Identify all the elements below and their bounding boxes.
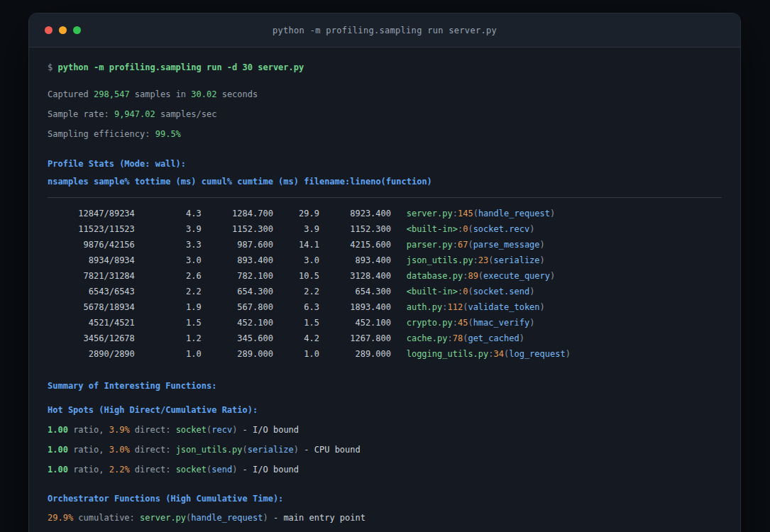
direct-pct-value: 3.9% — [109, 425, 130, 435]
hot-spot-line: 1.00 ratio, 2.2% direct: socket(send) - … — [48, 460, 722, 480]
captured-mid-label: samples in — [130, 89, 192, 99]
punct: ( — [468, 318, 473, 328]
cumtime-cell: 8923.400 — [319, 206, 391, 221]
table-row: 7821/312842.6782.10010.53128.400database… — [48, 268, 722, 284]
nsamples-cell: 11523/11523 — [48, 221, 135, 237]
captured-line: Captured 298,547 samples in 30.02 second… — [48, 84, 722, 104]
sample-pct-cell: 3.3 — [135, 237, 202, 253]
sample-rate-unit: samples/sec — [155, 109, 217, 119]
direct-pct-value: 2.2% — [109, 465, 130, 475]
nsamples-cell: 8934/8934 — [48, 253, 135, 268]
punct: ) — [529, 224, 534, 234]
orchestrator-heading: Orchestrator Functions (High Cumulative … — [48, 489, 722, 509]
nsamples-cell: 7821/31284 — [48, 268, 135, 284]
punct: ) — [519, 333, 524, 343]
tottime-cell: 452.100 — [202, 315, 273, 331]
filename-text: server.py — [407, 209, 453, 218]
bound-note: - I/O bound — [237, 465, 299, 475]
filename-text: database.py — [407, 271, 463, 281]
ratio-value: 1.00 — [48, 445, 68, 455]
titlebar[interactable]: python -m profiling.sampling run server.… — [29, 13, 740, 48]
terminal-output[interactable]: $ python -m profiling.sampling run -d 30… — [29, 48, 740, 532]
function-name-text: serialize — [494, 255, 540, 265]
punct: ) — [566, 349, 571, 359]
punct: : — [473, 255, 478, 265]
captured-suffix-label: seconds — [216, 89, 258, 99]
filename-text: logging_utils.py — [407, 349, 489, 359]
nsamples-cell: 4521/4521 — [48, 315, 135, 331]
profile-stats-heading: Profile Stats (Mode: wall): — [48, 154, 722, 174]
punct: ( — [473, 209, 478, 218]
minimize-button[interactable] — [59, 26, 67, 34]
punct: ) — [294, 445, 299, 455]
zoom-button[interactable] — [73, 26, 81, 34]
ratio-value: 1.00 — [48, 465, 68, 475]
nsamples-cell: 12847/89234 — [48, 206, 135, 221]
punct: ( — [468, 287, 473, 297]
tottime-cell: 1284.700 — [202, 206, 273, 221]
function-name-text: parse_message — [473, 240, 540, 250]
cumtime-cell: 3128.400 — [319, 268, 391, 284]
direct-pct-value: 3.0% — [109, 445, 130, 455]
bound-note: - CPU bound — [299, 445, 361, 455]
cumul-pct-cell: 4.2 — [273, 331, 319, 346]
tottime-cell: 345.600 — [202, 331, 273, 346]
punct: ) — [550, 209, 555, 218]
function-cell: crypto.py:45(hmac_verify) — [391, 315, 534, 331]
nsamples-cell: 3456/12678 — [48, 331, 135, 346]
cumul-pct-cell: 1.0 — [273, 346, 319, 362]
sample-pct-cell: 2.2 — [135, 284, 202, 299]
sample-pct-cell: 1.5 — [135, 315, 202, 331]
lineno-text: 34 — [494, 349, 504, 359]
table-column-header: nsamples sample% tottime (ms) cumul% cum… — [48, 174, 722, 189]
punct: ( — [468, 224, 473, 234]
ratio-label: ratio, — [68, 425, 109, 435]
sample-rate-label: Sample rate: — [48, 109, 114, 119]
tottime-cell: 567.800 — [202, 299, 273, 315]
function-cell: parser.py:67(parse_message) — [391, 237, 545, 253]
target-name: socket — [176, 465, 207, 475]
traffic-lights — [29, 26, 81, 34]
filename-text: json_utils.py — [407, 255, 473, 265]
tottime-cell: 893.400 — [202, 253, 273, 268]
terminal-window: python -m profiling.sampling run server.… — [28, 13, 741, 532]
target-name: socket — [176, 425, 207, 435]
punct: ) — [529, 318, 534, 328]
function-cell: auth.py:112(validate_token) — [391, 299, 545, 315]
cumtime-cell: 893.400 — [319, 253, 391, 268]
cumul-pct-cell: 6.3 — [273, 299, 319, 315]
filename-text: cache.py — [407, 333, 448, 343]
punct: : — [442, 302, 447, 312]
command-line: $ python -m profiling.sampling run -d 30… — [48, 57, 722, 77]
punct: : — [447, 333, 452, 343]
sample-pct-cell: 2.6 — [135, 268, 202, 284]
lineno-text: 23 — [478, 255, 488, 265]
cumulative-label: cumulative: — [73, 513, 140, 523]
filename-text: crypto.py — [407, 318, 453, 328]
sample-rate-line: Sample rate: 9,947.02 samples/sec — [48, 104, 722, 124]
captured-seconds-value: 30.02 — [191, 89, 216, 99]
nsamples-cell: 9876/42156 — [48, 237, 135, 253]
orchestrator-line: 29.9% cumulative: server.py(handle_reque… — [48, 509, 722, 527]
shell-prompt: $ — [48, 62, 57, 72]
table-row: 12847/892344.31284.70029.98923.400server… — [48, 206, 722, 221]
ratio-label: ratio, — [68, 445, 109, 455]
function-name-text: socket.recv — [473, 224, 529, 234]
function-name-text: get_cached — [468, 333, 519, 343]
close-button[interactable] — [45, 26, 53, 34]
lineno-text: 145 — [458, 209, 473, 218]
role-note: - main entry point — [268, 513, 365, 523]
punct: ) — [540, 302, 545, 312]
ratio-value: 1.00 — [48, 425, 68, 435]
cumul-pct-cell: 3.9 — [273, 221, 319, 237]
punct: ( — [243, 445, 248, 455]
cumtime-cell: 1267.800 — [319, 331, 391, 346]
punct: : — [488, 349, 493, 359]
lineno-text: 78 — [453, 333, 463, 343]
table-row: 9876/421563.3987.60014.14215.600parser.p… — [48, 237, 722, 253]
direct-label: direct: — [130, 445, 176, 455]
punct: ) — [550, 271, 555, 281]
nsamples-cell: 2890/2890 — [48, 346, 135, 362]
nsamples-cell: 5678/18934 — [48, 299, 135, 315]
sample-pct-cell: 3.9 — [135, 221, 202, 237]
